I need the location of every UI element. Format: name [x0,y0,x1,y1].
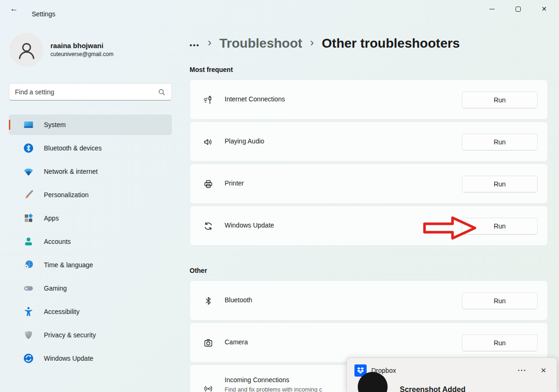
sidebar-item-label: Network & internet [44,168,98,175]
troubleshooter-label: Internet Connections [225,95,285,103]
close-icon[interactable]: ✕ [538,366,549,375]
person-icon [16,40,37,60]
internet-connections-icon [203,94,214,106]
camera-icon [203,337,214,349]
troubleshooter-label: Incoming Connections [225,376,290,384]
sidebar-item-label: Apps [44,214,59,222]
sidebar-item-label: Gaming [44,285,67,292]
troubleshooter-row-playing-audio: Playing Audio Run [190,121,548,162]
sidebar-item-network-internet[interactable]: Network & internet [9,161,172,182]
sidebar-item-label: Windows Update [44,355,93,362]
troubleshooter-label: Camera [225,338,248,346]
sidebar-item-personalization[interactable]: Personalization [9,185,172,205]
accounts-icon [23,236,34,247]
bluetooth-icon [203,295,214,306]
gaming-icon [23,283,34,294]
troubleshooter-label: Bluetooth [225,296,252,304]
time-language-icon [23,259,34,271]
sidebar-item-accounts[interactable]: Accounts [9,231,172,252]
page-title: Other troubleshooters [322,36,460,51]
sidebar-item-label: Time & language [44,261,93,269]
sidebar-item-label: Privacy & security [44,331,96,339]
bluetooth-devices-icon [23,143,34,154]
playing-audio-icon [203,136,214,148]
sidebar-item-privacy-security[interactable]: Privacy & security [9,325,172,345]
run-button-internet-connections[interactable]: Run [462,92,538,108]
privacy-security-icon [23,329,34,341]
personalization-icon [23,189,34,200]
network-internet-icon [23,166,34,177]
apps-icon [23,213,34,224]
section-most-frequent: Most frequent Internet Connections Run [190,66,548,248]
maximize-icon[interactable] [505,0,531,18]
sidebar-item-label: Accessibility [44,308,79,315]
sidebar-item-label: System [44,121,66,128]
app-title: Settings [32,10,56,18]
section-header: Most frequent [190,66,548,73]
run-button-camera[interactable]: Run [462,335,538,351]
troubleshooter-row-camera: Camera Run [190,322,548,363]
minimize-icon[interactable] [479,0,505,18]
search-box[interactable] [9,83,172,100]
sidebar-item-label: Bluetooth & devices [44,144,102,152]
search-input[interactable] [9,88,158,96]
back-arrow-icon[interactable]: ← [7,2,21,16]
sidebar-item-system[interactable]: System [9,114,172,135]
troubleshooter-label: Windows Update [225,221,274,229]
troubleshooter-row-printer: Printer Run [190,164,548,204]
breadcrumb-overflow-icon[interactable]: ••• [190,38,200,49]
notification-message-title: Screenshot Added [400,385,466,392]
dropbox-notification[interactable]: Dropbox ··· ✕ Screenshot Added [347,357,557,392]
printer-icon [203,178,214,190]
chevron-right-icon: › [208,36,212,51]
sidebar-item-time-language[interactable]: Time & language [9,255,172,275]
sidebar-item-gaming[interactable]: Gaming [9,278,172,299]
section-header: Other [190,267,548,274]
notification-header: Dropbox ··· ✕ [354,364,549,377]
titlebar: ← Settings ✕ [0,0,559,19]
troubleshooter-label: Printer [225,179,244,187]
active-accent-bar [9,120,10,130]
run-button-playing-audio[interactable]: Run [462,134,538,150]
avatar [9,33,43,67]
troubleshooter-row-internet-connections: Internet Connections Run [190,79,548,120]
troubleshooter-row-bluetooth: Bluetooth Run [190,280,548,321]
chevron-right-icon: › [310,36,314,51]
user-name: raaina bhojwani [50,41,113,50]
troubleshooter-label: Playing Audio [225,137,264,145]
run-button-printer[interactable]: Run [462,176,538,192]
user-email: cuteuniverse@gmail.com [50,50,113,58]
breadcrumb: ••• › Troubleshoot › Other troubleshoote… [190,34,460,53]
sidebar-item-label: Accounts [44,238,71,245]
red-arrow-annotation [423,216,478,240]
sidebar-item-label: Personalization [44,191,89,199]
run-button-bluetooth[interactable]: Run [462,292,538,309]
breadcrumb-troubleshoot[interactable]: Troubleshoot [219,36,302,51]
sync-icon [203,221,214,232]
system-icon [23,119,34,130]
incoming-connections-icon [203,383,214,392]
troubleshooter-row-windows-update: Windows Update Run [190,206,548,246]
user-profile[interactable]: raaina bhojwani cuteuniverse@gmail.com [9,33,113,67]
search-icon [158,88,165,96]
windows-update-icon [23,353,34,364]
sidebar-item-windows-update[interactable]: Windows Update [9,348,172,369]
troubleshooter-description: Find and fix problems with incoming c [225,386,322,392]
sidebar-item-bluetooth-devices[interactable]: Bluetooth & devices [9,138,172,158]
close-icon[interactable]: ✕ [531,0,557,18]
more-options-icon[interactable]: ··· [513,366,531,375]
sidebar-item-apps[interactable]: Apps [9,208,172,228]
window-controls: ✕ [479,0,557,18]
sidebar-item-accessibility[interactable]: Accessibility [9,301,172,322]
settings-nav: System Bluetooth & devices Network & int… [9,114,172,371]
accessibility-icon [23,306,34,317]
